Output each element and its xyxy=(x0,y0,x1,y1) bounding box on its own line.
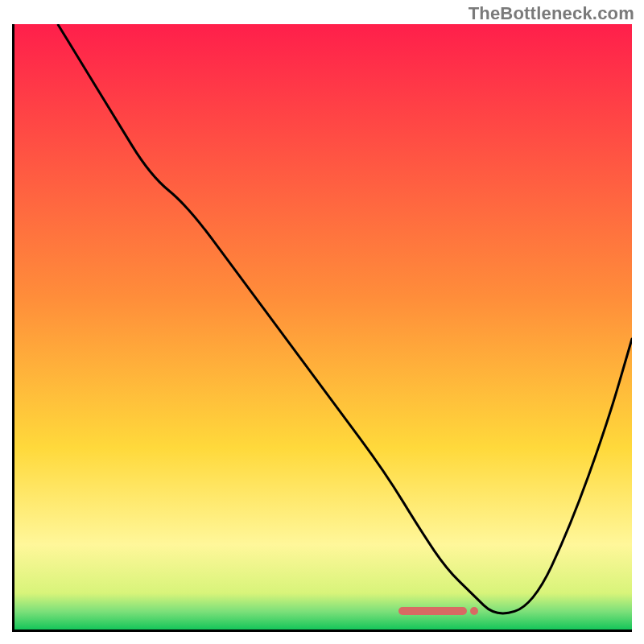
bottleneck-curve xyxy=(14,24,632,630)
optimal-range-marker xyxy=(398,607,467,615)
chart-container: TheBottleneck.com xyxy=(0,0,644,644)
plot-area xyxy=(12,24,632,632)
watermark-text: TheBottleneck.com xyxy=(469,3,634,24)
curve-path xyxy=(58,24,632,613)
